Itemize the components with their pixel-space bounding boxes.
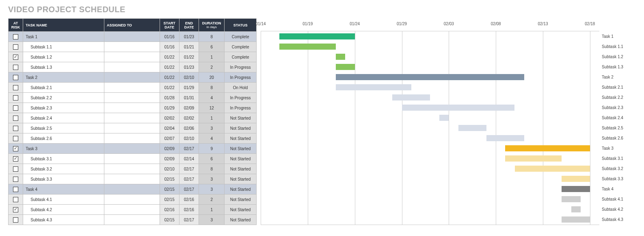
start-date-cell[interactable]: 01/22 xyxy=(160,83,179,93)
at-risk-checkbox[interactable] xyxy=(13,65,18,70)
status-cell[interactable]: Not Started xyxy=(225,133,257,144)
start-date-cell[interactable]: 02/09 xyxy=(160,154,179,164)
end-date-cell[interactable]: 02/17 xyxy=(179,174,199,184)
end-date-cell[interactable]: 02/14 xyxy=(179,154,199,164)
end-date-cell[interactable]: 02/10 xyxy=(179,133,199,144)
task-name-cell[interactable]: Subtask 4.3 xyxy=(23,215,104,225)
at-risk-checkbox[interactable] xyxy=(13,44,18,50)
end-date-cell[interactable]: 02/10 xyxy=(179,72,199,83)
at-risk-checkbox[interactable] xyxy=(13,55,18,60)
task-name-cell[interactable]: Subtask 2.1 xyxy=(23,83,104,93)
assigned-cell[interactable] xyxy=(104,215,160,225)
end-date-cell[interactable]: 01/22 xyxy=(179,52,199,62)
start-date-cell[interactable]: 02/02 xyxy=(160,113,179,123)
gantt-bar[interactable] xyxy=(562,176,590,182)
assigned-cell[interactable] xyxy=(104,103,160,113)
gantt-bar[interactable] xyxy=(336,64,354,70)
task-name-cell[interactable]: Subtask 1.3 xyxy=(23,62,104,72)
assigned-cell[interactable] xyxy=(104,42,160,52)
gantt-bar[interactable] xyxy=(562,196,580,202)
end-date-cell[interactable]: 02/16 xyxy=(179,194,199,205)
task-name-cell[interactable]: Subtask 3.3 xyxy=(23,174,104,184)
assigned-cell[interactable] xyxy=(104,184,160,194)
end-date-cell[interactable]: 01/21 xyxy=(179,42,199,52)
end-date-cell[interactable]: 02/17 xyxy=(179,215,199,225)
assigned-cell[interactable] xyxy=(104,174,160,184)
end-date-cell[interactable]: 02/02 xyxy=(179,113,199,123)
status-cell[interactable]: Not Started xyxy=(225,194,257,205)
status-cell[interactable]: Not Started xyxy=(225,113,257,123)
at-risk-checkbox[interactable] xyxy=(13,207,18,212)
status-cell[interactable]: Not Started xyxy=(225,144,257,154)
assigned-cell[interactable] xyxy=(104,133,160,144)
task-name-cell[interactable]: Task 2 xyxy=(23,72,104,83)
task-name-cell[interactable]: Subtask 3.1 xyxy=(23,154,104,164)
task-name-cell[interactable]: Subtask 1.2 xyxy=(23,52,104,62)
at-risk-checkbox[interactable] xyxy=(13,105,18,111)
at-risk-checkbox[interactable] xyxy=(13,166,18,172)
end-date-cell[interactable]: 02/09 xyxy=(179,103,199,113)
task-name-cell[interactable]: Subtask 3.2 xyxy=(23,164,104,174)
gantt-bar[interactable] xyxy=(562,216,590,223)
gantt-bar[interactable] xyxy=(392,94,430,101)
start-date-cell[interactable]: 01/29 xyxy=(160,103,179,113)
at-risk-checkbox[interactable] xyxy=(13,136,18,141)
status-cell[interactable]: On Hold xyxy=(225,83,257,93)
gantt-bar[interactable] xyxy=(515,166,590,172)
at-risk-checkbox[interactable] xyxy=(13,177,18,182)
assigned-cell[interactable] xyxy=(104,72,160,83)
at-risk-checkbox[interactable] xyxy=(13,146,18,151)
gantt-bar[interactable] xyxy=(336,74,524,80)
assigned-cell[interactable] xyxy=(104,144,160,154)
gantt-bar[interactable] xyxy=(336,54,345,60)
task-name-cell[interactable]: Subtask 2.6 xyxy=(23,133,104,144)
task-name-cell[interactable]: Subtask 2.5 xyxy=(23,123,104,133)
status-cell[interactable]: Not Started xyxy=(225,184,257,194)
status-cell[interactable]: In Progress xyxy=(225,62,257,72)
assigned-cell[interactable] xyxy=(104,164,160,174)
gantt-bar[interactable] xyxy=(336,84,411,90)
task-name-cell[interactable]: Subtask 2.4 xyxy=(23,113,104,123)
start-date-cell[interactable]: 01/16 xyxy=(160,32,179,42)
status-cell[interactable]: Not Started xyxy=(225,154,257,164)
start-date-cell[interactable]: 02/15 xyxy=(160,184,179,194)
at-risk-checkbox[interactable] xyxy=(13,85,18,90)
end-date-cell[interactable]: 01/23 xyxy=(179,62,199,72)
task-name-cell[interactable]: Subtask 2.2 xyxy=(23,93,104,103)
end-date-cell[interactable]: 02/06 xyxy=(179,123,199,133)
at-risk-checkbox[interactable] xyxy=(13,197,18,202)
start-date-cell[interactable]: 02/15 xyxy=(160,215,179,225)
at-risk-checkbox[interactable] xyxy=(13,116,18,121)
gantt-bar[interactable] xyxy=(571,206,581,212)
task-name-cell[interactable]: Subtask 4.2 xyxy=(23,205,104,215)
end-date-cell[interactable]: 01/23 xyxy=(179,32,199,42)
task-name-cell[interactable]: Task 1 xyxy=(23,32,104,42)
at-risk-checkbox[interactable] xyxy=(13,156,18,162)
status-cell[interactable]: Not Started xyxy=(225,123,257,133)
start-date-cell[interactable]: 01/22 xyxy=(160,72,179,83)
start-date-cell[interactable]: 02/04 xyxy=(160,123,179,133)
task-name-cell[interactable]: Subtask 1.1 xyxy=(23,42,104,52)
start-date-cell[interactable]: 01/16 xyxy=(160,42,179,52)
at-risk-checkbox[interactable] xyxy=(13,126,18,131)
assigned-cell[interactable] xyxy=(104,113,160,123)
end-date-cell[interactable]: 02/17 xyxy=(179,184,199,194)
start-date-cell[interactable]: 02/09 xyxy=(160,144,179,154)
end-date-cell[interactable]: 02/17 xyxy=(179,144,199,154)
end-date-cell[interactable]: 02/17 xyxy=(179,164,199,174)
gantt-bar[interactable] xyxy=(458,125,486,131)
status-cell[interactable]: Not Started xyxy=(225,164,257,174)
task-name-cell[interactable]: Subtask 2.3 xyxy=(23,103,104,113)
gantt-bar[interactable] xyxy=(562,186,590,192)
start-date-cell[interactable]: 01/22 xyxy=(160,52,179,62)
at-risk-checkbox[interactable] xyxy=(13,34,18,39)
at-risk-checkbox[interactable] xyxy=(13,95,18,101)
status-cell[interactable]: Complete xyxy=(225,52,257,62)
status-cell[interactable]: Not Started xyxy=(225,174,257,184)
status-cell[interactable]: Not Started xyxy=(225,205,257,215)
task-name-cell[interactable]: Subtask 4.1 xyxy=(23,194,104,205)
at-risk-checkbox[interactable] xyxy=(13,217,18,223)
end-date-cell[interactable]: 01/29 xyxy=(179,83,199,93)
status-cell[interactable]: In Progress xyxy=(225,103,257,113)
gantt-bar[interactable] xyxy=(505,145,590,151)
